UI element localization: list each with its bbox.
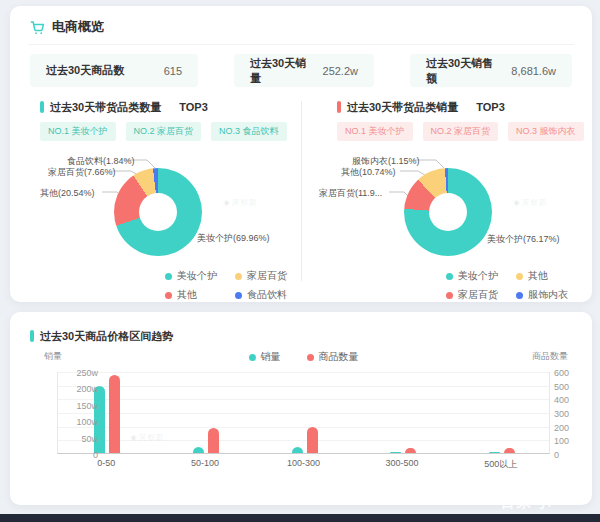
y-axis-tick: 200 [554, 423, 569, 433]
legend-item[interactable]: 商品数量 [307, 350, 359, 364]
legend-label: 其他 [528, 269, 548, 283]
legend-dot-icon [235, 273, 242, 280]
product-count-bar[interactable] [504, 448, 515, 453]
legend-item[interactable]: 服饰内衣 [516, 288, 568, 302]
bar-chart-area: 销量 商品数量 销量商品数量 ◉洞察眼 250w200w150w100w50w0… [30, 348, 572, 476]
y-axis-tick: 150w [58, 401, 98, 411]
stat-card-sales-amount: 过去30天销售额 8,681.6w [410, 54, 572, 87]
legend-label: 食品饮料 [247, 288, 287, 302]
rank-badge: NO.1 美妆个护 [337, 122, 413, 141]
overview-card: 电商概览 过去30天商品数 615 过去30天销量 252.2w 过去30天销售… [10, 6, 592, 302]
sales-bar[interactable] [193, 447, 204, 453]
stat-label: 过去30天销售额 [426, 56, 499, 86]
legend-item[interactable]: 销量 [249, 350, 281, 364]
watermark-bottom: 百家号/ [500, 493, 553, 512]
legend-item[interactable]: 其他 [165, 288, 217, 302]
panel-title-row: 过去30天带货品类销量 TOP3 [301, 99, 592, 115]
y-axis-tick: 250w [58, 368, 98, 378]
top3-tags: NO.1 美妆个护 NO.2 家居百货 NO.3 服饰内衣 [301, 122, 592, 141]
watermark: ◉洞察眼 [130, 432, 165, 443]
watermark: ◉洞察眼 [513, 197, 548, 208]
y-axis-tick: 100 [554, 436, 569, 446]
stat-value: 8,681.6w [511, 65, 556, 77]
pie-label: 其他(20.54%) [40, 187, 95, 200]
section-marker-icon [337, 101, 341, 113]
gridline [58, 427, 549, 428]
page-title: 电商概览 [52, 18, 104, 36]
donut-legend: 美妆个护家居百货其他食品饮料 [165, 269, 287, 302]
rank-badge: NO.2 家居百货 [423, 122, 499, 141]
top3-label: TOP3 [179, 101, 208, 113]
section-marker-icon [40, 101, 44, 113]
gridline [58, 386, 549, 387]
gridline [58, 372, 549, 373]
donut-hole [139, 193, 177, 231]
y-axis-tick: 600 [554, 368, 569, 378]
card-header: 电商概览 [30, 6, 572, 44]
y-axis-tick: 50w [58, 434, 98, 444]
legend-item[interactable]: 食品饮料 [235, 288, 287, 302]
legend-item[interactable]: 其他 [516, 269, 568, 283]
rank-badge: NO.2 家居百货 [126, 122, 202, 141]
stat-label: 过去30天销量 [250, 56, 311, 86]
category-sales-panel: 过去30天带货品类销量 TOP3 NO.1 美妆个护 NO.2 家居百货 NO.… [301, 99, 592, 295]
legend-item[interactable]: 美妆个护 [165, 269, 217, 283]
donut-chart-category-sales[interactable] [404, 168, 492, 256]
y-axis-tick: 500 [554, 382, 569, 392]
product-count-bar[interactable] [208, 428, 219, 453]
legend-dot-icon [249, 354, 256, 361]
rank-badge: NO.3 服饰内衣 [508, 122, 584, 141]
donut-chart-area: 服饰内衣(1.15%) 其他(10.74%) 家居百货(11.9... 美妆个护… [301, 147, 592, 259]
panel-title: 过去30天带货品类数量 [50, 100, 161, 115]
legend-label: 美妆个护 [177, 269, 217, 283]
legend-dot-icon [235, 292, 242, 299]
gridline [58, 413, 549, 414]
legend-dot-icon [165, 273, 172, 280]
donut-chart-area: 食品饮料(1.84%) 家居百货(7.66%) 其他(20.54%) 美妆个护(… [10, 147, 301, 259]
legend-item[interactable]: 家居百货 [235, 269, 287, 283]
panel-title: 过去30天带货品类销量 [347, 100, 458, 115]
legend-item[interactable]: 美妆个护 [446, 269, 498, 283]
stat-value: 252.2w [323, 65, 358, 77]
top3-tags: NO.1 美妆个护 NO.2 家居百货 NO.3 食品饮料 [10, 122, 301, 141]
donut-section: 过去30天带货品类数量 TOP3 NO.1 美妆个护 NO.2 家居百货 NO.… [10, 99, 592, 295]
x-axis-label: 300-500 [353, 458, 452, 468]
sales-bar[interactable] [390, 452, 401, 453]
product-count-bar[interactable] [109, 375, 120, 453]
stat-label: 过去30天商品数 [46, 63, 124, 78]
legend-label: 服饰内衣 [528, 288, 568, 302]
watermark: ◉洞察眼 [223, 197, 258, 208]
header-divider [28, 44, 574, 45]
legend-label: 其他 [177, 288, 197, 302]
pie-label: 美妆个护(69.96%) [197, 232, 270, 245]
legend-label: 销量 [261, 350, 281, 364]
y-axis-tick: 0 [554, 450, 559, 460]
y-axis-tick: 300 [554, 409, 569, 419]
legend-label: 家居百货 [458, 288, 498, 302]
legend-dot-icon [165, 292, 172, 299]
product-count-bar[interactable] [307, 427, 318, 453]
top3-label: TOP3 [476, 101, 505, 113]
section-marker-icon [30, 330, 34, 342]
product-count-bar[interactable] [405, 448, 416, 453]
donut-legend: 美妆个护其他家居百货服饰内衣 [446, 269, 568, 302]
pie-label: 家居百货(11.9... [319, 187, 382, 200]
stat-card-product-count: 过去30天商品数 615 [30, 54, 198, 87]
legend-dot-icon [446, 292, 453, 299]
sales-bar[interactable] [489, 452, 500, 453]
dashboard-page: 电商概览 过去30天商品数 615 过去30天销量 252.2w 过去30天销售… [0, 0, 600, 522]
donut-chart-category-count[interactable] [114, 168, 202, 256]
category-count-panel: 过去30天带货品类数量 TOP3 NO.1 美妆个护 NO.2 家居百货 NO.… [10, 99, 301, 295]
pie-label: 其他(10.74%) [341, 166, 396, 179]
legend-label: 商品数量 [319, 350, 359, 364]
rank-badge: NO.1 美妆个护 [40, 122, 116, 141]
pie-label: 美妆个护(76.17%) [487, 233, 560, 246]
legend-item[interactable]: 家居百货 [446, 288, 498, 302]
sales-bar[interactable] [292, 447, 303, 453]
x-axis-label: 100-300 [254, 458, 353, 468]
legend-dot-icon [516, 273, 523, 280]
legend-dot-icon [516, 292, 523, 299]
legend-label: 美妆个护 [458, 269, 498, 283]
bar-legend: 销量商品数量 [57, 350, 550, 364]
y-axis-tick: 100w [58, 417, 98, 427]
